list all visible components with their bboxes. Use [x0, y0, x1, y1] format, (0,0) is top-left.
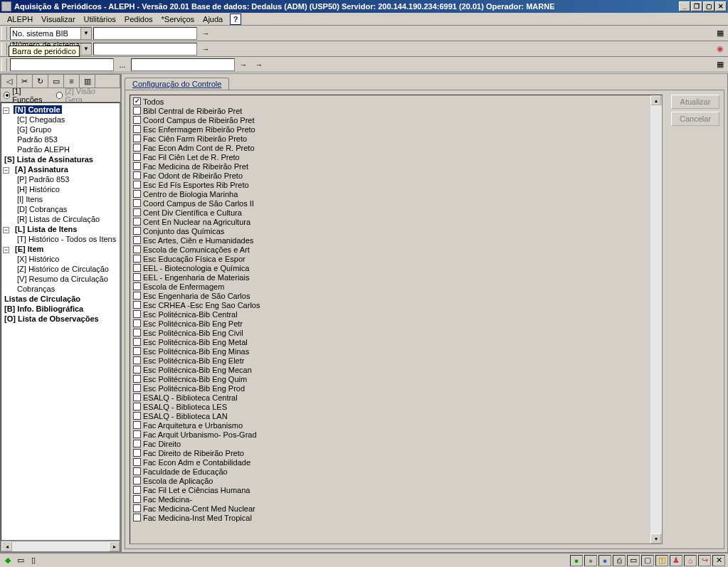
cards-icon[interactable]: ▥: [80, 75, 95, 88]
checkbox-icon[interactable]: [133, 97, 141, 105]
checkbox-icon[interactable]: [133, 282, 141, 290]
check-item[interactable]: Esc Artes, Ciên e Humanidades: [132, 235, 649, 245]
check-item[interactable]: Esc Ed Fís Esportes Rib Preto: [132, 180, 649, 189]
tree-p-padrao-853[interactable]: [P] Padrão 853: [16, 175, 70, 184]
globe-icon[interactable]: ◉: [714, 43, 727, 55]
checkbox-icon[interactable]: [133, 356, 141, 364]
menu-pedidos[interactable]: Pedidos: [120, 15, 157, 23]
collapse-icon[interactable]: −: [3, 227, 9, 233]
checkbox-icon[interactable]: [133, 181, 141, 189]
list-icon[interactable]: ≡: [64, 75, 80, 88]
menu-visualizar[interactable]: Visualizar: [37, 15, 80, 23]
back-icon[interactable]: ◁: [1, 75, 17, 88]
check-item[interactable]: Coord Campus de Ribeirão Pret: [132, 115, 649, 124]
scroll-up-icon[interactable]: ▴: [650, 95, 661, 105]
checkbox-icon[interactable]: [133, 236, 141, 244]
status-green-icon[interactable]: ●: [570, 555, 583, 566]
menu-ajuda[interactable]: Ajuda: [199, 15, 227, 23]
checkbox-icon[interactable]: [133, 347, 141, 355]
checkbox-icon[interactable]: [133, 144, 141, 152]
status-person-icon[interactable]: ♟: [670, 555, 682, 566]
check-item[interactable]: Fac Fil Let e Ciências Humana: [132, 485, 649, 494]
checkbox-icon[interactable]: [133, 440, 141, 447]
tree-x-historico[interactable]: [X] Histórico: [16, 255, 60, 263]
checkbox-icon[interactable]: [133, 171, 141, 179]
check-item[interactable]: Cent Div Científica e Cultura: [132, 208, 649, 217]
menu-aleph[interactable]: ALEPH: [3, 15, 37, 23]
check-item[interactable]: Fac Medicina-Cent Med Nuclear: [132, 504, 649, 513]
nav-tree[interactable]: − [N] Controle [C] Chegadas [G] Grupo Pa…: [1, 102, 120, 541]
status-window-icon[interactable]: ▭: [16, 556, 26, 566]
checkbox-icon[interactable]: [133, 199, 141, 207]
v-scrollbar[interactable]: ▴ ▾: [650, 95, 662, 544]
check-item[interactable]: Fac Medicina de Ribeirão Pret: [132, 161, 649, 171]
check-item[interactable]: ESALQ - Biblioteca LAN: [132, 411, 649, 420]
check-item[interactable]: Esc CRHEA -Esc Eng Sao Carlos: [132, 300, 649, 309]
check-item[interactable]: Faculdade de Educação: [132, 467, 649, 476]
checkbox-icon[interactable]: [133, 486, 141, 494]
checkbox-icon[interactable]: [133, 338, 141, 346]
tree-t-historico-itens[interactable]: [T] Histórico - Todos os Itens: [16, 235, 117, 243]
check-item[interactable]: Conjunto das Químicas: [132, 226, 649, 235]
scroll-track[interactable]: [12, 541, 109, 551]
atualizar-button[interactable]: Atualizar: [671, 95, 719, 109]
status-folder-icon[interactable]: ▭: [627, 555, 640, 566]
tree-info-bibliografica[interactable]: [B] Info. Bibliográfica: [3, 304, 85, 313]
checkbox-icon[interactable]: [133, 190, 141, 198]
tree-padrao-853[interactable]: Padrão 853: [16, 135, 59, 144]
scroll-left-icon[interactable]: ◂: [1, 541, 12, 551]
checkbox-icon[interactable]: [133, 134, 141, 142]
check-item[interactable]: Cent En Nuclear na Agricultura: [132, 217, 649, 226]
checkbox-icon[interactable]: [133, 264, 141, 272]
tree-listas-circulacao[interactable]: Listas de Circulação: [3, 295, 82, 303]
checkbox-icon[interactable]: [133, 227, 141, 235]
tree-item[interactable]: [E] Item: [14, 245, 45, 253]
checkbox-icon[interactable]: [133, 310, 141, 318]
checkbox-icon[interactable]: [133, 412, 141, 420]
folder-icon[interactable]: ▭: [48, 75, 64, 88]
check-item[interactable]: Escola de Enfermagem: [132, 282, 649, 291]
menu-utilitarios[interactable]: Utilitários: [80, 15, 120, 23]
ellipsis-button[interactable]: ...: [115, 58, 130, 71]
check-item[interactable]: Escola de Comunicações e Art: [132, 245, 649, 254]
cut-icon[interactable]: ✂: [17, 75, 33, 88]
checkbox-icon[interactable]: [133, 421, 141, 429]
tree-assinatura[interactable]: [A] Assinatura: [14, 165, 70, 174]
go-button-3b[interactable]: →: [252, 58, 266, 71]
grid-icon[interactable]: ▦: [714, 58, 727, 71]
check-item[interactable]: ESALQ - Biblioteca LES: [132, 402, 649, 411]
refresh-icon[interactable]: ↻: [33, 75, 48, 88]
cancelar-button[interactable]: Cancelar: [671, 112, 719, 126]
check-todos[interactable]: Todos: [132, 97, 649, 106]
check-item[interactable]: Fac Direito: [132, 439, 649, 448]
check-item[interactable]: Centro de Biologia Marinha: [132, 189, 649, 198]
tree-v-resumo-circ[interactable]: [V] Resumo da Circulação: [16, 275, 110, 283]
go-button-1[interactable]: →: [199, 27, 213, 40]
tree-d-cobrancas[interactable]: [D] Cobranças: [16, 205, 68, 213]
check-item[interactable]: Esc Politécnica-Bib Eng Metal: [132, 337, 649, 346]
checkbox-icon[interactable]: [133, 393, 141, 401]
input-adm[interactable]: [93, 43, 197, 55]
tree-r-listas-circ[interactable]: [R] Listas de Circulação: [16, 215, 101, 223]
scroll-track[interactable]: [650, 105, 662, 534]
check-item[interactable]: EEL - Engenharia de Materiais: [132, 272, 649, 282]
checkbox-icon[interactable]: [133, 162, 141, 170]
scroll-down-icon[interactable]: ▾: [650, 534, 661, 544]
status-screen-icon[interactable]: ▢: [641, 555, 654, 566]
scroll-right-icon[interactable]: ▸: [109, 541, 120, 551]
check-item[interactable]: Fac Ciên Farm Ribeirão Preto: [132, 134, 649, 143]
close-button[interactable]: ✕: [715, 1, 727, 11]
check-item[interactable]: Esc Educação Física e Espor: [132, 254, 649, 263]
check-item[interactable]: Esc Enfermagem Ribeirão Preto: [132, 124, 649, 134]
chevron-down-icon[interactable]: ▼: [80, 28, 91, 39]
tree-lista-itens[interactable]: [L] Lista de Itens: [14, 225, 78, 233]
check-item[interactable]: Coord Campus de São Carlos II: [132, 198, 649, 208]
collapse-icon[interactable]: −: [3, 107, 9, 114]
right-panel-icon[interactable]: ▦: [714, 27, 727, 40]
checkbox-icon[interactable]: [133, 384, 141, 392]
checkbox-icon[interactable]: [133, 292, 141, 300]
checkbox-icon[interactable]: [133, 504, 141, 512]
checkbox-icon[interactable]: [133, 467, 141, 475]
check-item[interactable]: Fac Direito de Ribeirão Preto: [132, 448, 649, 457]
checkbox-icon[interactable]: [133, 301, 141, 309]
